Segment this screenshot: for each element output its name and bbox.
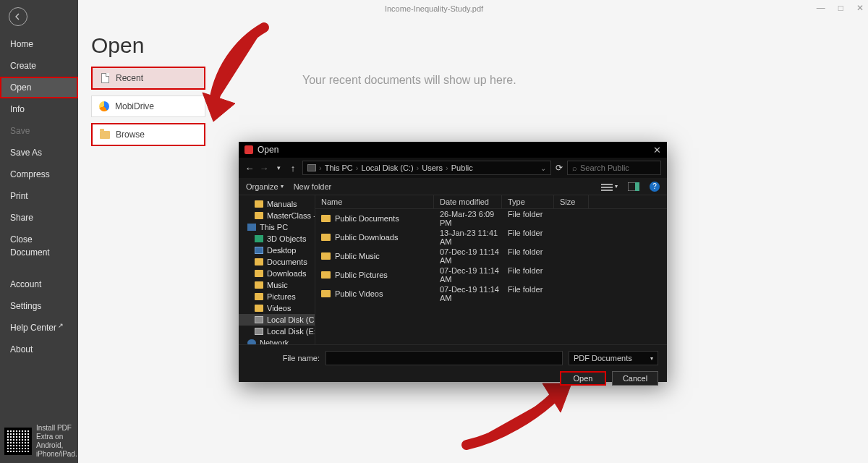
- source-recent[interactable]: Recent: [91, 67, 205, 90]
- external-link-icon: ↗: [58, 322, 64, 329]
- sidebar-item-settings[interactable]: Settings: [0, 295, 78, 317]
- new-folder-button[interactable]: New folder: [294, 182, 332, 191]
- organize-menu[interactable]: Organize ▾: [246, 182, 284, 191]
- sidebar-item-info[interactable]: Info: [0, 98, 78, 120]
- preview-pane-button[interactable]: [628, 182, 639, 191]
- folder-icon: [255, 293, 263, 300]
- folder-icon: [321, 290, 331, 297]
- tree-item[interactable]: MasterClass - de: [239, 210, 315, 221]
- breadcrumb-segment[interactable]: This PC: [325, 163, 353, 172]
- sidebar-item-help-center[interactable]: Help Center↗: [0, 317, 78, 339]
- breadcrumb-segment[interactable]: Users: [422, 163, 443, 172]
- tree-item[interactable]: Documents: [239, 256, 315, 268]
- tree-item[interactable]: Downloads: [239, 268, 315, 279]
- refresh-button[interactable]: ⟳: [556, 163, 563, 173]
- filename-input[interactable]: [326, 351, 563, 365]
- nav-back-button[interactable]: ←: [244, 163, 255, 174]
- nav-recent-button[interactable]: ▾: [273, 164, 284, 171]
- tree-item[interactable]: Local Disk (C:): [239, 314, 315, 326]
- maximize-button[interactable]: □: [838, 3, 843, 13]
- file-size: [554, 229, 589, 246]
- breadcrumb-segment[interactable]: Local Disk (C:): [361, 163, 413, 172]
- dialog-close-button[interactable]: ✕: [653, 145, 661, 156]
- tree-item[interactable]: Network: [239, 337, 315, 344]
- page-title: Open: [91, 33, 868, 58]
- file-size: [554, 247, 589, 265]
- search-input[interactable]: ⌕ Search Public: [567, 161, 661, 175]
- dialog-titlebar: Open ✕: [239, 142, 667, 158]
- tree-item[interactable]: 3D Objects: [239, 233, 315, 245]
- close-window-button[interactable]: ✕: [856, 3, 864, 13]
- breadcrumb[interactable]: › This PC› Local Disk (C:)› Users› Publi…: [302, 161, 551, 175]
- nav-forward-button[interactable]: →: [259, 163, 269, 174]
- file-open-dialog: Open ✕ ← → ▾ ↑ › This PC› Local Disk (C:…: [239, 142, 667, 382]
- sidebar-item-save-as[interactable]: Save As: [0, 142, 78, 163]
- install-promo[interactable]: Install PDF Extra on Android, iPhone/iPa…: [4, 424, 75, 459]
- file-list-header[interactable]: Name Date modified Type Size: [315, 195, 667, 209]
- chevron-down-icon[interactable]: ⌄: [540, 164, 546, 172]
- tree-item-label: Downloads: [267, 269, 306, 278]
- tree-item-label: Network: [260, 339, 289, 344]
- sidebar-item-close-document[interactable]: Close Document: [0, 229, 78, 263]
- sidebar-item-home[interactable]: Home: [0, 33, 78, 55]
- source-browse[interactable]: Browse: [91, 123, 205, 146]
- sidebar-item-save: Save: [0, 120, 78, 142]
- column-type[interactable]: Type: [502, 195, 554, 208]
- file-type-filter[interactable]: PDF Documents▾: [569, 351, 658, 365]
- column-name[interactable]: Name: [315, 195, 434, 208]
- titlebar: Income-Inequality-Study.pdf: [0, 0, 868, 17]
- disk-icon: [255, 316, 263, 323]
- tree-item[interactable]: Pictures: [239, 291, 315, 302]
- net-icon: [247, 339, 256, 344]
- sidebar-item-print[interactable]: Print: [0, 185, 78, 207]
- sidebar-item-compress[interactable]: Compress: [0, 163, 78, 185]
- column-date[interactable]: Date modified: [434, 195, 502, 208]
- folder-icon: [321, 271, 331, 279]
- source-list: Recent MobiDrive Browse: [91, 67, 205, 146]
- file-type: File folder: [502, 266, 554, 284]
- folder-icon: [255, 270, 263, 277]
- recent-empty-hint: Your recent documents will show up here.: [302, 74, 516, 87]
- column-size[interactable]: Size: [554, 195, 589, 208]
- tree-item[interactable]: Local Disk (E:): [239, 326, 315, 337]
- source-mobidrive[interactable]: MobiDrive: [91, 95, 205, 117]
- cancel-button[interactable]: Cancel: [612, 371, 658, 386]
- tree-item[interactable]: Music: [239, 279, 315, 291]
- nav-up-button[interactable]: ↑: [288, 163, 298, 174]
- file-row[interactable]: Public Downloads13-Jan-23 11:41 AMFile f…: [315, 228, 667, 247]
- file-date: 07-Dec-19 11:14 AM: [434, 285, 502, 302]
- source-browse-label: Browse: [116, 129, 145, 140]
- folder-icon: [255, 258, 263, 266]
- file-row[interactable]: Public Music07-Dec-19 11:14 AMFile folde…: [315, 247, 667, 266]
- tree-item[interactable]: Desktop: [239, 245, 315, 256]
- view-options-button[interactable]: ▾: [601, 182, 618, 191]
- tree-item-label: 3D Objects: [267, 234, 306, 243]
- folder-tree[interactable]: ManualsMasterClass - deThis PC3D Objects…: [239, 195, 315, 344]
- file-row[interactable]: Public Pictures07-Dec-19 11:14 AMFile fo…: [315, 266, 667, 284]
- open-button[interactable]: Open: [560, 371, 606, 386]
- sidebar-item-open[interactable]: Open: [0, 77, 78, 98]
- tree-item-label: Local Disk (C:): [267, 315, 315, 324]
- breadcrumb-segment[interactable]: Public: [451, 163, 473, 172]
- sidebar-item-account[interactable]: Account: [0, 273, 78, 295]
- mobidrive-icon: [99, 101, 109, 111]
- source-recent-label: Recent: [116, 73, 143, 83]
- sidebar-item-share[interactable]: Share: [0, 207, 78, 229]
- help-button[interactable]: ?: [650, 182, 660, 192]
- tree-item[interactable]: Videos: [239, 302, 315, 314]
- file-row[interactable]: Public Documents26-Mar-23 6:09 PMFile fo…: [315, 209, 667, 228]
- file-row[interactable]: Public Videos07-Dec-19 11:14 AMFile fold…: [315, 284, 667, 303]
- minimize-button[interactable]: —: [817, 3, 825, 13]
- tree-item-label: Videos: [267, 304, 291, 313]
- sidebar-item-create[interactable]: Create: [0, 55, 78, 77]
- tree-item[interactable]: Manuals: [239, 198, 315, 210]
- sidebar-item-about[interactable]: About: [0, 339, 78, 360]
- file-date: 13-Jan-23 11:41 AM: [434, 229, 502, 246]
- dialog-title: Open: [258, 145, 278, 155]
- folder-icon: [321, 234, 331, 241]
- window-controls: — □ ✕: [817, 3, 864, 13]
- search-icon: ⌕: [572, 163, 577, 172]
- back-button[interactable]: [9, 7, 27, 26]
- tree-item[interactable]: This PC: [239, 221, 315, 233]
- file-size: [554, 266, 589, 284]
